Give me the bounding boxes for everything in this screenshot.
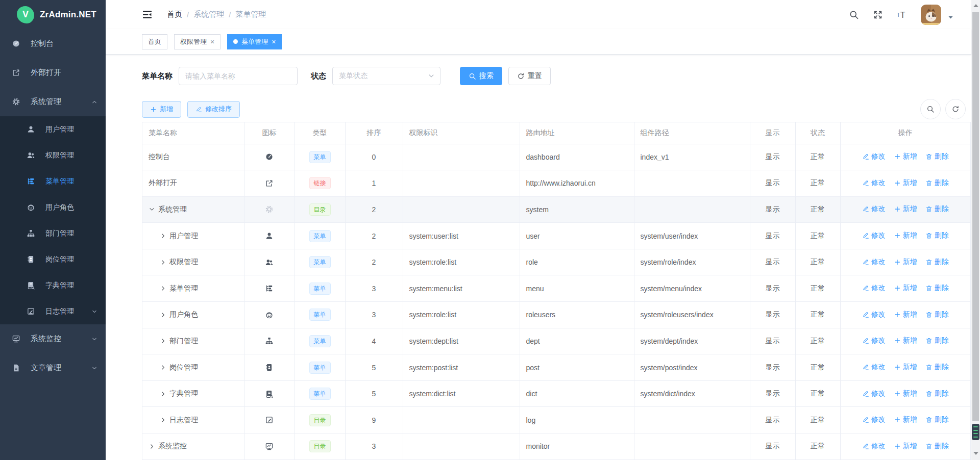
sidebar-item-roleusers[interactable]: 用户角色 — [0, 194, 106, 220]
menu-name-input[interactable] — [179, 67, 298, 85]
row-add-link[interactable]: 新增 — [894, 442, 917, 451]
row-edit-link[interactable]: 修改 — [862, 152, 886, 161]
row-add-link[interactable]: 新增 — [894, 258, 917, 267]
row-add-link[interactable]: 新增 — [894, 310, 917, 319]
sidebar-item-post[interactable]: 岗位管理 — [0, 246, 106, 272]
route-value: http://www.izhaorui.cn — [520, 170, 634, 197]
expand-row-icon[interactable] — [160, 391, 166, 397]
expand-row-icon[interactable] — [160, 259, 166, 266]
status-value: 正常 — [795, 302, 840, 328]
sidebar-item-dept[interactable]: 部门管理 — [0, 220, 106, 246]
row-add-link[interactable]: 新增 — [894, 389, 917, 398]
search-button[interactable]: 搜索 — [460, 67, 502, 85]
table-row: 字典管理菜单5system:dict:listdictsystem/dict/i… — [142, 380, 970, 407]
row-edit-link[interactable]: 修改 — [862, 310, 886, 319]
fullscreen-icon[interactable] — [873, 10, 883, 20]
tab-home[interactable]: 首页 — [142, 34, 167, 49]
sidebar-item-monitor[interactable]: 系统监控 — [0, 324, 106, 353]
edit-icon — [195, 106, 202, 113]
row-add-link[interactable]: 新增 — [894, 284, 917, 293]
expand-row-icon[interactable] — [160, 285, 166, 292]
sidebar-item-article[interactable]: 文章管理 — [0, 353, 106, 382]
row-delete-link[interactable]: 删除 — [925, 310, 949, 319]
column-header: 权限标识 — [403, 122, 520, 144]
collapse-row-icon[interactable] — [149, 206, 155, 213]
search-icon[interactable] — [849, 10, 859, 20]
row-edit-link[interactable]: 修改 — [862, 336, 886, 345]
row-delete-link[interactable]: 删除 — [925, 389, 949, 398]
scroll-up-arrow[interactable] — [971, 0, 980, 11]
menu-name: 字典管理 — [169, 389, 198, 398]
trash-icon — [925, 443, 933, 450]
reset-button[interactable]: 重置 — [508, 67, 551, 85]
scrollbar-thumb[interactable] — [972, 12, 979, 421]
row-delete-link[interactable]: 删除 — [925, 152, 949, 161]
edit-icon — [195, 106, 202, 113]
sidebar-item-log[interactable]: 日志管理 — [0, 298, 106, 324]
row-add-link[interactable]: 新增 — [894, 415, 917, 424]
breadcrumb: 首页/系统管理/菜单管理 — [167, 10, 266, 19]
row-add-link[interactable]: 新增 — [894, 152, 917, 161]
table-search-button[interactable] — [920, 99, 941, 119]
sidebar-item-menu[interactable]: 菜单管理 — [0, 168, 106, 194]
sort-value: 5 — [345, 380, 403, 407]
row-delete-link[interactable]: 删除 — [925, 258, 949, 267]
scroll-down-arrow[interactable] — [971, 448, 980, 459]
row-delete-link[interactable]: 删除 — [925, 336, 949, 345]
row-edit-link[interactable]: 修改 — [862, 258, 886, 267]
sidebar-item-dict[interactable]: 字典管理 — [0, 272, 106, 298]
status-select[interactable]: 菜单状态 — [332, 67, 440, 85]
expand-row-icon[interactable] — [160, 312, 166, 318]
expand-row-icon[interactable] — [160, 338, 166, 344]
expand-row-icon[interactable] — [160, 233, 166, 239]
row-add-link[interactable]: 新增 — [894, 178, 917, 188]
tab-menu[interactable]: 菜单管理× — [227, 34, 282, 49]
sidebar-item-external[interactable]: 外部打开 — [0, 58, 106, 87]
add-button[interactable]: 新增 — [142, 101, 181, 118]
row-delete-link[interactable]: 删除 — [925, 363, 949, 372]
row-add-link[interactable]: 新增 — [894, 205, 917, 214]
monitor-icon — [265, 442, 274, 451]
row-add-link[interactable]: 新增 — [894, 231, 917, 240]
sidebar-item-dashboard[interactable]: 控制台 — [0, 29, 106, 58]
sidebar-fold-icon[interactable] — [142, 9, 153, 20]
close-icon[interactable]: × — [272, 38, 276, 45]
sidebar-item-user[interactable]: 用户管理 — [0, 116, 106, 142]
row-edit-link[interactable]: 修改 — [862, 442, 886, 451]
row-edit-link[interactable]: 修改 — [862, 415, 886, 424]
trash-icon — [925, 337, 933, 344]
sidebar-item-role[interactable]: 权限管理 — [0, 142, 106, 168]
avatar[interactable] — [921, 5, 941, 25]
row-delete-link[interactable]: 删除 — [925, 231, 949, 240]
row-edit-link[interactable]: 修改 — [862, 389, 886, 398]
table-row: 用户管理菜单2system:user:listusersystem/user/i… — [142, 223, 970, 249]
table-refresh-button[interactable] — [945, 99, 966, 119]
sidebar-item-system[interactable]: 系统管理 — [0, 87, 106, 116]
row-add-link[interactable]: 新增 — [894, 363, 917, 372]
row-delete-link[interactable]: 删除 — [925, 442, 949, 451]
row-edit-link[interactable]: 修改 — [862, 231, 886, 240]
font-size-icon[interactable]: TT — [897, 10, 907, 20]
type-badge: 菜单 — [309, 362, 331, 374]
dashboard-icon — [265, 152, 274, 161]
row-edit-link[interactable]: 修改 — [862, 363, 886, 372]
row-delete-link[interactable]: 删除 — [925, 284, 949, 293]
expand-row-icon[interactable] — [160, 417, 166, 423]
edit-sort-button[interactable]: 修改排序 — [187, 101, 240, 118]
close-icon[interactable]: × — [210, 38, 214, 45]
row-edit-link[interactable]: 修改 — [862, 284, 886, 293]
tab-role[interactable]: 权限管理× — [174, 34, 220, 49]
row-delete-link[interactable]: 删除 — [925, 415, 949, 424]
table-header-row: 菜单名称图标类型排序权限标识路由地址组件路径显示状态操作 — [142, 122, 970, 144]
breadcrumb-item[interactable]: 系统管理 — [193, 10, 224, 19]
row-delete-link[interactable]: 删除 — [925, 205, 949, 214]
breadcrumb-item[interactable]: 首页 — [167, 10, 182, 19]
chevron-down-icon[interactable] — [947, 14, 954, 21]
sort-value: 0 — [345, 144, 403, 170]
expand-row-icon[interactable] — [160, 364, 166, 371]
row-edit-link[interactable]: 修改 — [862, 178, 886, 188]
expand-row-icon[interactable] — [149, 443, 155, 450]
row-delete-link[interactable]: 删除 — [925, 178, 949, 188]
row-edit-link[interactable]: 修改 — [862, 205, 886, 214]
row-add-link[interactable]: 新增 — [894, 336, 917, 345]
